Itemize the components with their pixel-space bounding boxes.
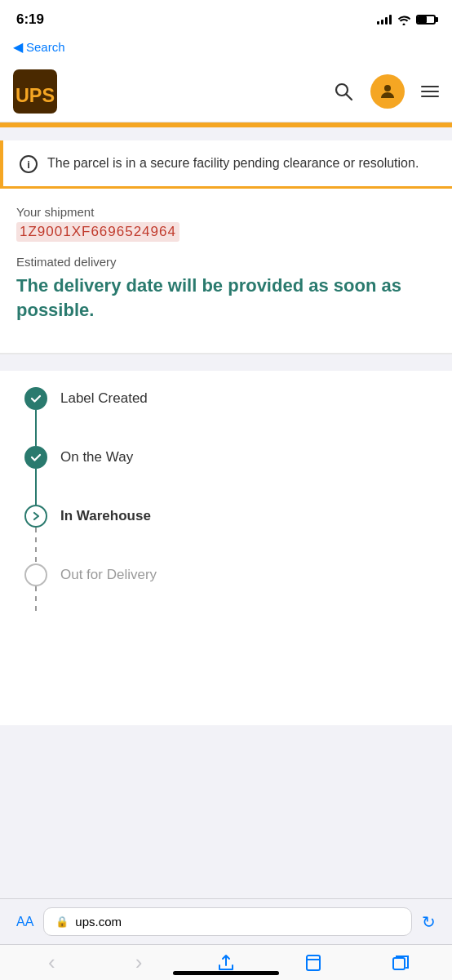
- browser-aa-button[interactable]: AA: [16, 915, 33, 929]
- bottom-spacer: [0, 627, 452, 725]
- timeline-item-3: In Warehouse: [47, 505, 436, 528]
- back-label[interactable]: Search: [26, 40, 65, 54]
- browser-bar: AA 🔒 ups.com ↻: [0, 898, 452, 944]
- timeline: Label Created On the Way In Warehouse Ou…: [24, 387, 436, 611]
- svg-rect-5: [307, 956, 320, 970]
- back-arrow-icon: ◀: [13, 39, 23, 55]
- timeline-label-2: On the Way: [60, 449, 133, 466]
- timeline-label-4: Out for Delivery: [60, 567, 157, 583]
- ups-logo[interactable]: UPS: [13, 69, 57, 114]
- svg-text:UPS: UPS: [16, 85, 55, 106]
- svg-line-3: [347, 95, 352, 100]
- profile-icon[interactable]: [370, 74, 405, 109]
- bookmarks-button[interactable]: [295, 945, 331, 981]
- status-icons: [377, 15, 436, 25]
- info-icon: i: [20, 155, 38, 173]
- timeline-node-4: [24, 564, 47, 586]
- timeline-node-3: [24, 505, 47, 528]
- url-text: ups.com: [75, 915, 122, 929]
- back-button[interactable]: ‹: [33, 945, 69, 981]
- connector-4-end: [35, 586, 37, 611]
- delivery-date-message: The delivery date will be provided as so…: [16, 274, 436, 322]
- refresh-icon[interactable]: ↻: [422, 912, 436, 932]
- forward-button[interactable]: ›: [121, 945, 157, 981]
- ups-header: UPS: [0, 61, 452, 122]
- shipment-label: Your shipment: [16, 205, 436, 219]
- timeline-item-2: On the Way: [47, 446, 436, 469]
- menu-icon[interactable]: [421, 86, 439, 97]
- timeline-nodes: [24, 387, 47, 611]
- lock-icon: 🔒: [55, 915, 69, 928]
- nav-back[interactable]: ◀ Search: [0, 36, 452, 61]
- connector-1-2: [35, 410, 37, 446]
- svg-point-4: [384, 85, 391, 91]
- spacer-timeline: [0, 336, 452, 353]
- timeline-labels: Label Created On the Way In Warehouse Ou…: [47, 387, 436, 611]
- divider-timeline: [0, 353, 452, 354]
- timeline-label-3: In Warehouse: [60, 508, 151, 524]
- search-icon[interactable]: [333, 81, 354, 102]
- timeline-node-2: [24, 446, 47, 469]
- signal-icon: [377, 15, 392, 24]
- header-right: [333, 74, 439, 109]
- gray-spacer: [0, 127, 452, 140]
- home-indicator: [173, 971, 279, 975]
- timeline-node-1: [24, 387, 47, 410]
- timeline-item-1: Label Created: [47, 387, 436, 410]
- status-time: 6:19: [16, 11, 44, 28]
- tabs-button[interactable]: [383, 945, 419, 981]
- shipment-section: Your shipment 1Z9001XF6696524964 Estimat…: [0, 189, 452, 336]
- status-bar: 6:19: [0, 0, 452, 36]
- info-notice: i The parcel is in a secure facility pen…: [0, 140, 452, 186]
- timeline-item-4: Out for Delivery: [47, 564, 436, 586]
- tracking-number[interactable]: 1Z9001XF6696524964: [16, 222, 179, 242]
- timeline-label-1: Label Created: [60, 390, 148, 407]
- connector-3-4: [35, 528, 37, 564]
- timeline-section: Label Created On the Way In Warehouse Ou…: [0, 371, 452, 627]
- connector-2-3: [35, 469, 37, 505]
- estimated-delivery-label: Estimated delivery: [16, 255, 436, 269]
- wifi-icon: [397, 15, 411, 25]
- info-message: The parcel is in a secure facility pendi…: [47, 154, 419, 173]
- battery-icon: [416, 15, 436, 24]
- svg-rect-6: [393, 958, 405, 969]
- browser-url-bar[interactable]: 🔒 ups.com: [43, 907, 412, 936]
